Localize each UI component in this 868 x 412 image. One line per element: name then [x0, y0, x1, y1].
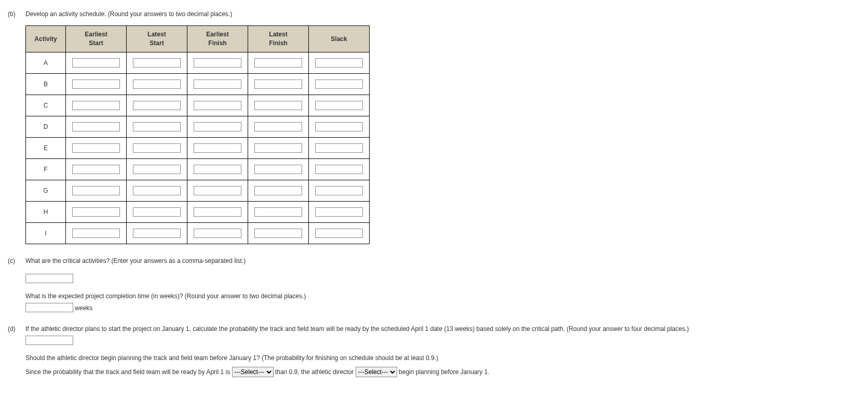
input-cell [248, 159, 309, 180]
ef-input[interactable] [194, 79, 241, 89]
col-earliest-start: Earliest Start [66, 26, 127, 52]
input-cell [187, 202, 248, 223]
es-input[interactable] [72, 58, 120, 68]
table-row: A [26, 52, 370, 74]
input-cell [187, 52, 248, 74]
input-cell [66, 223, 127, 244]
input-cell [66, 202, 127, 223]
ef-input[interactable] [194, 122, 241, 131]
es-input[interactable] [72, 186, 120, 195]
comparison-select[interactable]: ---Select--- [232, 367, 274, 377]
part-c-label: (c) [8, 257, 19, 264]
part-b-prompt: Develop an activity schedule. (Round you… [25, 10, 860, 18]
ls-input[interactable] [133, 79, 181, 89]
input-cell [248, 74, 309, 95]
input-cell [66, 180, 127, 202]
ls-input[interactable] [133, 186, 181, 195]
slack-input[interactable] [315, 186, 363, 195]
input-cell [127, 223, 187, 244]
activity-label-cell: A [26, 52, 66, 74]
input-cell [66, 116, 127, 138]
es-input[interactable] [72, 122, 120, 131]
decision-select[interactable]: ---Select--- [356, 367, 397, 377]
es-input[interactable] [72, 143, 120, 153]
lf-input[interactable] [254, 122, 302, 131]
slack-input[interactable] [315, 207, 363, 217]
input-cell [66, 52, 127, 74]
table-row: C [26, 95, 370, 116]
es-input[interactable] [72, 79, 120, 89]
ef-input[interactable] [194, 143, 241, 153]
input-cell [127, 159, 187, 180]
lf-input[interactable] [254, 101, 302, 110]
lf-input[interactable] [254, 58, 302, 68]
col-activity: Activity [26, 26, 66, 52]
input-cell [187, 138, 248, 159]
slack-input[interactable] [315, 101, 363, 110]
lf-input[interactable] [254, 143, 302, 153]
input-cell [187, 180, 248, 202]
input-cell [309, 202, 370, 223]
part-d-prompt: If the athletic director plans to start … [25, 325, 860, 333]
input-cell [309, 138, 370, 159]
ls-input[interactable] [133, 101, 181, 110]
es-input[interactable] [72, 229, 120, 238]
input-cell [66, 95, 127, 116]
ef-input[interactable] [194, 229, 241, 238]
input-cell [309, 52, 370, 74]
input-cell [248, 138, 309, 159]
part-b-label: (b) [8, 10, 19, 18]
completion-time-input[interactable] [25, 303, 73, 312]
slack-input[interactable] [315, 143, 363, 153]
slack-input[interactable] [315, 122, 363, 131]
table-row: I [26, 223, 370, 244]
ls-input[interactable] [133, 143, 181, 153]
table-row: G [26, 180, 370, 202]
es-input[interactable] [72, 165, 120, 174]
input-cell [187, 159, 248, 180]
lf-input[interactable] [254, 229, 302, 238]
input-cell [127, 138, 187, 159]
input-cell [127, 95, 187, 116]
table-row: E [26, 138, 370, 159]
activity-label-cell: D [26, 116, 66, 138]
input-cell [127, 116, 187, 138]
input-cell [66, 138, 127, 159]
ls-input[interactable] [133, 165, 181, 174]
col-slack: Slack [309, 26, 370, 52]
part-d-label: (d) [8, 325, 19, 333]
slack-input[interactable] [315, 58, 363, 68]
ef-input[interactable] [194, 186, 241, 195]
activity-label-cell: I [26, 223, 66, 244]
probability-input[interactable] [25, 336, 73, 345]
lf-input[interactable] [254, 79, 302, 89]
ef-input[interactable] [194, 101, 241, 110]
ls-input[interactable] [133, 229, 181, 238]
input-cell [127, 202, 187, 223]
slack-input[interactable] [315, 165, 363, 174]
input-cell [309, 74, 370, 95]
ls-input[interactable] [133, 207, 181, 217]
col-earliest-finish: Earliest Finish [187, 26, 248, 52]
lf-input[interactable] [254, 186, 302, 195]
lf-input[interactable] [254, 165, 302, 174]
lf-input[interactable] [254, 207, 302, 217]
es-input[interactable] [72, 207, 120, 217]
activity-label-cell: B [26, 74, 66, 95]
es-input[interactable] [72, 101, 120, 110]
input-cell [248, 52, 309, 74]
ef-input[interactable] [194, 207, 241, 217]
critical-activities-input[interactable] [25, 274, 73, 283]
slack-input[interactable] [315, 79, 363, 89]
ls-input[interactable] [133, 122, 181, 131]
slack-input[interactable] [315, 229, 363, 238]
input-cell [127, 52, 187, 74]
input-cell [309, 180, 370, 202]
ef-input[interactable] [194, 165, 241, 174]
ef-input[interactable] [194, 58, 241, 68]
part-d-followup: Should the athletic director begin plann… [25, 354, 860, 362]
ls-input[interactable] [133, 58, 181, 68]
input-cell [187, 223, 248, 244]
input-cell [248, 202, 309, 223]
part-c-subprompt: What is the expected project completion … [25, 293, 860, 300]
